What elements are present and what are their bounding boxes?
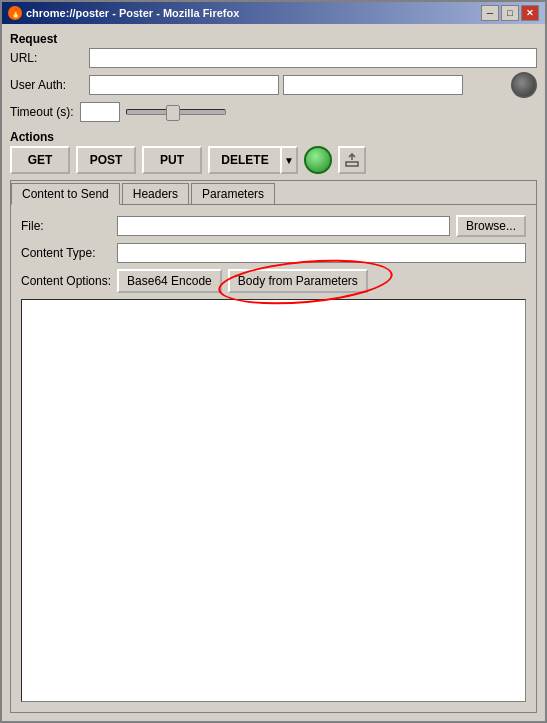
go-indicator[interactable]: [304, 146, 332, 174]
main-content: Request URL: User Auth: Timeout (s): 30: [2, 24, 545, 721]
content-type-label: Content Type:: [21, 246, 111, 260]
main-window: 🔥 chrome://poster - Poster - Mozilla Fir…: [0, 0, 547, 723]
tab-bar: Content to Send Headers Parameters: [11, 181, 536, 205]
content-type-input[interactable]: [117, 243, 526, 263]
window-title: chrome://poster - Poster - Mozilla Firef…: [26, 7, 239, 19]
request-section: Request URL: User Auth: Timeout (s): 30: [10, 32, 537, 122]
timeout-slider[interactable]: [126, 109, 226, 115]
close-button[interactable]: ✕: [521, 5, 539, 21]
delete-group: DELETE ▼: [208, 146, 298, 174]
maximize-button[interactable]: □: [501, 5, 519, 21]
actions-row: GET POST PUT DELETE ▼: [10, 146, 537, 174]
file-input[interactable]: [117, 216, 450, 236]
tab-content-to-send[interactable]: Content to Send: [11, 183, 120, 205]
tab-parameters[interactable]: Parameters: [191, 183, 275, 204]
content-options-row: Content Options: Base64 Encode Body from…: [21, 269, 526, 293]
upload-button[interactable]: [338, 146, 366, 174]
request-label: Request: [10, 32, 537, 46]
get-button[interactable]: GET: [10, 146, 70, 174]
actions-label: Actions: [10, 130, 537, 144]
file-label: File:: [21, 219, 111, 233]
slider-thumb: [166, 105, 180, 121]
actions-section: Actions GET POST PUT DELETE ▼: [10, 130, 537, 174]
title-bar: 🔥 chrome://poster - Poster - Mozilla Fir…: [2, 2, 545, 24]
user-auth-input1[interactable]: [89, 75, 279, 95]
user-auth-row: User Auth:: [10, 72, 537, 98]
body-from-params-wrapper: Body from Parameters: [228, 269, 368, 293]
url-row: URL:: [10, 48, 537, 68]
content-options-label: Content Options:: [21, 274, 111, 288]
delete-dropdown-arrow[interactable]: ▼: [280, 146, 298, 174]
timeout-row: Timeout (s): 30: [10, 102, 537, 122]
timeout-label: Timeout (s):: [10, 105, 74, 119]
timeout-input[interactable]: 30: [80, 102, 120, 122]
url-input[interactable]: [89, 48, 537, 68]
content-type-row: Content Type:: [21, 243, 526, 263]
title-buttons: ─ □ ✕: [481, 5, 539, 21]
delete-button[interactable]: DELETE: [208, 146, 280, 174]
tab-headers[interactable]: Headers: [122, 183, 189, 204]
auth-right: [283, 72, 537, 98]
put-button[interactable]: PUT: [142, 146, 202, 174]
body-from-parameters-button[interactable]: Body from Parameters: [228, 269, 368, 293]
auth-circle-button[interactable]: [511, 72, 537, 98]
file-row: File: Browse...: [21, 215, 526, 237]
firefox-icon: 🔥: [8, 6, 22, 20]
upload-icon: [344, 152, 360, 168]
svg-rect-0: [346, 162, 358, 166]
base64-encode-button[interactable]: Base64 Encode: [117, 269, 222, 293]
browse-button[interactable]: Browse...: [456, 215, 526, 237]
title-bar-left: 🔥 chrome://poster - Poster - Mozilla Fir…: [8, 6, 239, 20]
user-auth-input2[interactable]: [283, 75, 463, 95]
body-textarea[interactable]: [21, 299, 526, 702]
user-auth-label: User Auth:: [10, 78, 85, 92]
minimize-button[interactable]: ─: [481, 5, 499, 21]
tab-content-area: File: Browse... Content Type: Content Op…: [11, 205, 536, 712]
post-button[interactable]: POST: [76, 146, 136, 174]
tab-panel: Content to Send Headers Parameters File:…: [10, 180, 537, 713]
url-label: URL:: [10, 51, 85, 65]
